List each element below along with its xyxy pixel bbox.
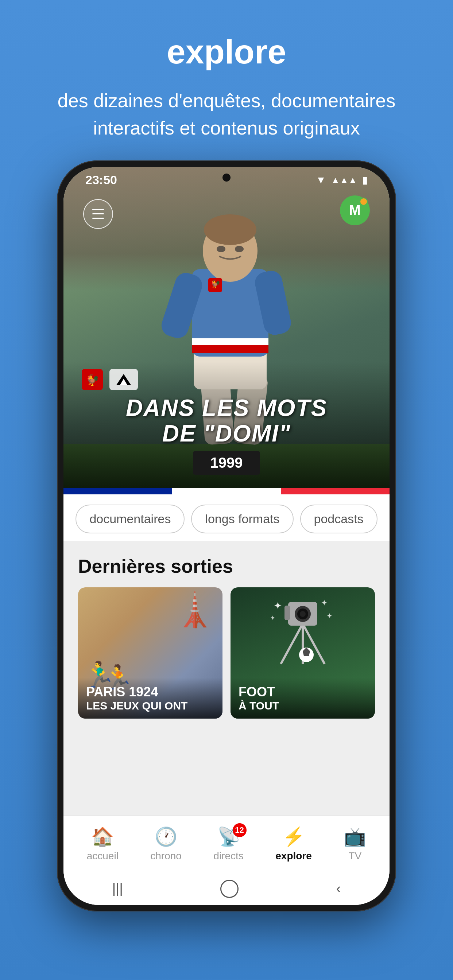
phone-screen: 23:50 ▼ ▲▲▲ ▮ M: [64, 167, 389, 905]
svg-point-11: [217, 246, 225, 252]
svg-text:✦: ✦: [270, 614, 275, 622]
allblacks-logo: [109, 369, 138, 390]
notification-dot: [360, 197, 368, 205]
eiffel-tower: 🗼: [174, 591, 215, 629]
hero-year: 1999: [193, 451, 260, 475]
nav-accueil[interactable]: 🏠 accueil: [87, 826, 118, 862]
svg-point-10: [204, 215, 257, 245]
svg-line-15: [281, 624, 303, 664]
svg-text:✦: ✦: [274, 600, 282, 611]
flag-white: [172, 488, 281, 495]
card-foot-label: FOOT À TOUT: [231, 678, 375, 719]
page-title: explore: [37, 33, 416, 71]
camera-notch: [222, 173, 231, 181]
content-area: Dernières sorties 🗼 🏃‍♂️ 🏃: [64, 541, 389, 815]
android-back-btn[interactable]: ‹: [336, 881, 341, 897]
svg-text:🐓: 🐓: [211, 279, 221, 289]
flag-bar: [64, 488, 389, 495]
svg-rect-5: [192, 345, 268, 353]
nav-tv[interactable]: 📺 TV: [344, 826, 366, 862]
hamburger-icon: [92, 209, 104, 219]
flag-red: [281, 488, 389, 495]
ffr-logo: 🐓: [82, 369, 103, 390]
hero-title: DANS LES MOTS DE "DOMI": [82, 395, 371, 447]
profile-badge[interactable]: M: [340, 196, 370, 225]
card-paris-label: PARIS 1924 LES JEUX QUI ONT: [78, 678, 222, 719]
signal-icon: ▲▲▲: [331, 175, 357, 185]
bottom-nav: 🏠 accueil 🕐 chrono 📡 12 directs ⚡ explor…: [64, 815, 389, 873]
svg-point-12: [235, 246, 244, 252]
page-header: explore des dizaines d'enquêtes, documen…: [0, 0, 453, 161]
section-title: Dernières sorties: [78, 555, 375, 577]
tab-documentaires[interactable]: documentaires: [75, 504, 185, 533]
explore-icon: ⚡: [282, 826, 305, 847]
hero-section: 23:50 ▼ ▲▲▲ ▮ M: [64, 167, 389, 488]
tab-longs-formats[interactable]: longs formats: [191, 504, 293, 533]
home-icon: 🏠: [91, 826, 114, 847]
hero-overlay: 🐓 DANS LES MOTS DE "DOMI" 1999: [64, 362, 389, 488]
wifi-icon: ▼: [316, 174, 326, 186]
android-recent-btn[interactable]: |||: [112, 881, 123, 897]
card-paris[interactable]: 🗼 🏃‍♂️ 🏃 PARIS 1924 LES JEUX QUI ONT: [78, 587, 222, 719]
phone-shell: 23:50 ▼ ▲▲▲ ▮ M: [57, 161, 396, 912]
camera-svg: ✦ ✦ ✦ ✦: [270, 595, 335, 668]
hero-title-line1: DANS LES MOTS: [82, 395, 371, 421]
directs-badge: 12: [233, 823, 247, 837]
hero-year-wrapper: 1999: [82, 451, 371, 475]
page-subtitle: des dizaines d'enquêtes, documentaires i…: [37, 87, 416, 142]
svg-text:✦: ✦: [321, 598, 327, 608]
svg-rect-19: [284, 606, 290, 620]
status-time: 23:50: [85, 173, 117, 187]
status-icons: ▼ ▲▲▲ ▮: [316, 174, 368, 186]
svg-text:✦: ✦: [327, 612, 333, 620]
battery-icon: ▮: [362, 174, 368, 186]
tab-podcasts[interactable]: podcasts: [300, 504, 378, 533]
tabs-section: documentaires longs formats podcasts: [64, 495, 389, 541]
android-home-btn[interactable]: [220, 880, 239, 898]
chrono-icon: 🕐: [155, 826, 177, 847]
hero-logos: 🐓: [82, 369, 371, 390]
flag-blue: [64, 488, 172, 495]
nav-explore[interactable]: ⚡ explore: [275, 826, 312, 862]
card-foot[interactable]: ✦ ✦ ✦ ✦ FOOT À TOUT: [231, 587, 375, 719]
svg-point-22: [300, 611, 306, 617]
menu-button[interactable]: [83, 199, 113, 229]
android-nav-bar: ||| ‹: [64, 873, 389, 905]
hero-title-line2: DE "DOMI": [82, 421, 371, 446]
nav-directs[interactable]: 📡 12 directs: [214, 826, 243, 862]
tabs-row: documentaires longs formats podcasts: [74, 504, 379, 533]
tv-icon: 📺: [344, 826, 366, 847]
profile-letter: M: [349, 202, 361, 218]
cards-row: 🗼 🏃‍♂️ 🏃 PARIS 1924 LES JEUX QUI ONT: [78, 587, 375, 719]
nav-chrono[interactable]: 🕐 chrono: [150, 826, 182, 862]
